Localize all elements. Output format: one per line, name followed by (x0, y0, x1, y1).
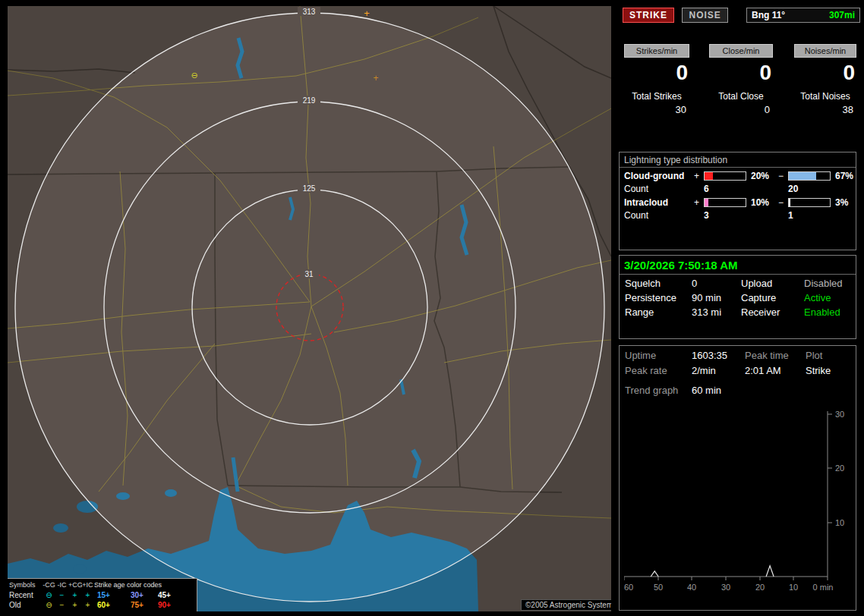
strikes-per-min-chip[interactable]: Strikes/min (624, 44, 689, 58)
ic-count-label: Count (624, 210, 694, 221)
cg-positive-bar-fill (705, 172, 713, 180)
strike-marker: ⊖ (191, 71, 197, 80)
uptime-label: Uptime (625, 350, 692, 361)
trend-spike (766, 566, 774, 577)
receiver-label: Receiver (741, 306, 804, 318)
persistence-value: 90 min (692, 292, 741, 303)
map-legend: Symbols -CG -IC +CG +IC Strike age color… (8, 578, 197, 611)
status-row: Range 313 mi Receiver Enabled (620, 303, 856, 318)
minus-sign: − (778, 197, 788, 208)
sidebar: STRIKE NOISE Bng 11° 307mi Strikes/min 0… (619, 0, 864, 616)
close-per-min-chip[interactable]: Close/min (709, 44, 773, 58)
legend-recent-label: Recent (9, 590, 43, 600)
cloud-ground-count-row: Count 6 20 (620, 181, 856, 194)
trend-axes (624, 411, 832, 580)
noise-mode-button[interactable]: NOISE (682, 8, 727, 23)
legend-col-pos-cg: +CG (68, 580, 81, 590)
ic-negative-bar (788, 198, 831, 207)
intracloud-label: Intracloud (624, 197, 694, 208)
peak-time-value: 2:01 AM (745, 365, 806, 376)
old-neg-ic-symbol: − (55, 600, 68, 610)
peak-time-label: Peak time (745, 350, 806, 361)
cg-count-label: Count (624, 184, 694, 194)
ring-label-313: 313 (303, 8, 316, 16)
legend-col-neg-cg: -CG (43, 580, 55, 590)
recent-pos-cg-symbol: + (68, 590, 81, 600)
distance-value: 307mi (829, 10, 855, 20)
old-neg-cg-symbol: ⊖ (43, 600, 55, 610)
ic-positive-bar-fill (705, 199, 708, 206)
distribution-panel: Lightning type distribution Cloud-ground… (619, 152, 856, 250)
plot-label: Plot (806, 350, 856, 361)
trend-graph-svg: 30 20 10 60 50 40 30 20 10 0 min (624, 404, 853, 602)
timestamp: 3/20/2026 7:50:18 AM (620, 256, 856, 275)
cloud-ground-row: Cloud-ground + 20% − 67% (620, 168, 856, 181)
cg-positive-bar (704, 171, 746, 181)
age-code-60: 60+ (94, 600, 128, 610)
intracloud-count-row: Count 3 1 (620, 208, 856, 221)
trend-row: Trend graph 60 min (620, 381, 856, 396)
trend-graph: 30 20 10 60 50 40 30 20 10 0 min (624, 404, 853, 602)
ic-positive-bar (704, 198, 746, 207)
upload-value: Disabled (804, 278, 856, 289)
plus-sign: + (694, 171, 704, 181)
rate-counters: Strikes/min 0 Total Strikes 30 Close/min… (623, 44, 860, 134)
age-code-30: 30+ (128, 590, 155, 600)
total-strikes-label: Total Strikes (624, 91, 689, 102)
y-tick-30: 30 (835, 410, 844, 419)
ic-negative-count: 1 (788, 210, 832, 221)
cg-negative-bar-fill (789, 172, 816, 180)
close-per-min-value: 0 (709, 61, 773, 85)
x-tick-30: 30 (721, 583, 730, 592)
total-strikes-value: 30 (624, 104, 689, 115)
legend-old-label: Old (9, 600, 43, 610)
recent-pos-ic-symbol: + (81, 590, 94, 600)
recent-neg-cg-symbol: ⊖ (43, 590, 55, 600)
noises-counter: Noises/min 0 Total Noises 38 (794, 44, 856, 115)
capture-value: Active (804, 292, 856, 303)
old-pos-cg-symbol: + (68, 600, 81, 610)
y-tick-10: 10 (835, 518, 844, 527)
plus-sign: + (694, 197, 704, 208)
persistence-label: Persistence (625, 292, 692, 303)
plot-value: Strike (806, 365, 856, 376)
mode-row: STRIKE NOISE Bng 11° 307mi (623, 8, 860, 24)
trend-axis-labels: 30 20 10 60 50 40 30 20 10 0 min (624, 410, 844, 592)
trend-spike (651, 571, 658, 577)
legend-old-row: Old ⊖ − + + 60+ 75+ 90+ (9, 600, 194, 610)
trend-spikes (651, 566, 774, 577)
cg-positive-count: 6 (704, 184, 748, 194)
stats-row-1: Uptime 1603:35 Peak time Plot (620, 346, 856, 361)
upload-label: Upload (741, 278, 804, 289)
copyright-label: ©2005 Astrogenic Systems (521, 599, 611, 611)
x-tick-60: 60 (624, 583, 633, 592)
strike-mode-button[interactable]: STRIKE (623, 8, 674, 23)
lightning-map[interactable]: 313 219 125 31 ++⊖ Symbols -CG -IC +CG +… (8, 6, 611, 611)
strikes-counter: Strikes/min 0 Total Strikes 30 (624, 44, 689, 115)
legend-age-title: Strike age color codes (94, 580, 182, 590)
capture-label: Capture (741, 292, 804, 303)
legend-symbols-title: Symbols (9, 580, 43, 590)
trend-graph-label: Trend graph (625, 385, 692, 396)
recent-neg-ic-symbol: − (55, 590, 68, 600)
status-row: Squelch 0 Upload Disabled (620, 275, 856, 289)
squelch-label: Squelch (625, 278, 692, 289)
total-close-label: Total Close (709, 91, 773, 102)
range-label: Range (625, 306, 692, 318)
age-code-45: 45+ (155, 590, 182, 600)
age-code-75: 75+ (128, 600, 155, 610)
nexstorm-window: 313 219 125 31 ++⊖ Symbols -CG -IC +CG +… (0, 0, 864, 616)
status-row: Persistence 90 min Capture Active (620, 289, 856, 303)
legend-recent-row: Recent ⊖ − + + 15+ 30+ 45+ (9, 590, 194, 600)
ring-label-31: 31 (304, 270, 314, 278)
cloud-ground-label: Cloud-ground (624, 171, 694, 181)
receiver-value: Enabled (804, 306, 856, 318)
uptime-value: 1603:35 (692, 350, 745, 361)
ic-positive-count: 3 (704, 210, 748, 221)
stats-panel: Uptime 1603:35 Peak time Plot Peak rate … (619, 345, 856, 611)
total-noises-label: Total Noises (794, 91, 856, 102)
noises-per-min-chip[interactable]: Noises/min (794, 44, 856, 58)
trend-window-value: 60 min (692, 385, 745, 396)
ring-label-219: 219 (303, 96, 316, 105)
legend-col-pos-ic: +IC (81, 580, 94, 590)
